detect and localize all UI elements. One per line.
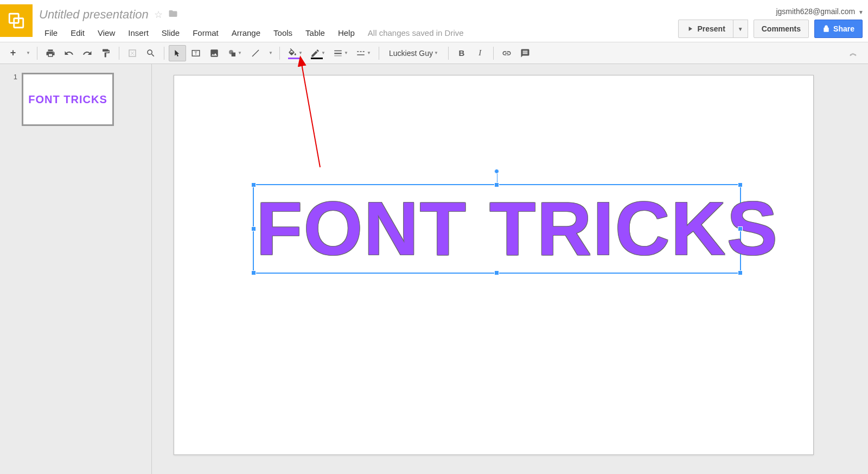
rotate-connector <box>497 173 497 183</box>
comment-button[interactable] <box>516 45 534 61</box>
resize-handle-ne[interactable] <box>738 182 743 187</box>
resize-handle-e[interactable] <box>738 226 743 231</box>
svg-text:T: T <box>194 51 197 56</box>
folder-icon[interactable] <box>168 9 178 21</box>
menu-view[interactable]: View <box>92 26 120 40</box>
line-weight-button[interactable]: ▼ <box>330 45 352 61</box>
undo-icon[interactable] <box>60 45 78 61</box>
resize-handle-s[interactable] <box>494 270 499 275</box>
present-button[interactable]: Present <box>678 20 733 38</box>
svg-rect-12 <box>360 51 362 52</box>
menu-arrange[interactable]: Arrange <box>226 26 266 40</box>
comments-button[interactable]: Comments <box>754 20 809 38</box>
svg-rect-11 <box>357 51 359 52</box>
line-dash-button[interactable]: ▼ <box>353 45 374 61</box>
link-button[interactable] <box>498 45 515 61</box>
svg-rect-14 <box>357 54 365 55</box>
canvas-area: FONT TRICKS <box>152 64 868 474</box>
new-slide-button[interactable]: + <box>4 45 22 61</box>
line-tool-icon[interactable] <box>247 45 264 61</box>
slide-thumbnail[interactable]: 1 FONT TRICKS <box>11 73 141 126</box>
slide-panel: 1 FONT TRICKS <box>0 64 152 474</box>
save-status: All changes saved in Drive <box>362 26 469 40</box>
share-label: Share <box>833 24 854 33</box>
menu-help[interactable]: Help <box>333 26 360 40</box>
user-menu-caret-icon[interactable]: ▼ <box>858 9 864 15</box>
line-color-button[interactable]: ▼ <box>307 45 329 61</box>
line-color-swatch <box>311 58 323 59</box>
menu-table[interactable]: Table <box>300 26 330 40</box>
svg-rect-10 <box>334 55 342 56</box>
header-right: jgsmith628@gmail.com▼ <box>776 4 864 20</box>
expand-toolbar-icon[interactable]: ︽ <box>850 48 864 58</box>
menu-file[interactable]: File <box>39 26 63 40</box>
bold-button[interactable]: B <box>453 45 470 61</box>
menu-slide[interactable]: Slide <box>156 26 185 40</box>
svg-line-7 <box>252 50 259 56</box>
slide-canvas[interactable]: FONT TRICKS <box>174 75 814 455</box>
resize-handle-w[interactable] <box>251 226 256 231</box>
resize-handle-sw[interactable] <box>251 270 256 275</box>
present-dropdown-caret[interactable]: ▼ <box>733 20 748 38</box>
fill-color-button[interactable]: ▼ <box>284 45 306 61</box>
title-area: Untitled presentation ☆ File Edit View I… <box>39 4 776 40</box>
font-name-label: Luckiest Guy <box>389 49 433 58</box>
resize-handle-nw[interactable] <box>251 182 256 187</box>
zoom-icon[interactable] <box>142 45 159 61</box>
svg-rect-9 <box>334 53 342 54</box>
menu-format[interactable]: Format <box>187 26 224 40</box>
slide-number: 1 <box>11 73 17 126</box>
rotate-handle[interactable] <box>494 169 499 174</box>
redo-icon[interactable] <box>79 45 96 61</box>
star-icon[interactable]: ☆ <box>154 9 163 21</box>
slides-logo[interactable] <box>0 4 33 37</box>
italic-button[interactable]: I <box>471 45 489 61</box>
share-button[interactable]: Share <box>814 20 863 38</box>
selected-textbox[interactable]: FONT TRICKS <box>253 184 741 274</box>
menu-tools[interactable]: Tools <box>268 26 298 40</box>
resize-handle-se[interactable] <box>738 270 743 275</box>
new-slide-caret[interactable]: ▼ <box>23 45 33 61</box>
shape-tool-icon[interactable]: ▼ <box>224 45 246 61</box>
svg-rect-6 <box>232 52 235 56</box>
paint-format-icon[interactable] <box>97 45 114 61</box>
menu-insert[interactable]: Insert <box>123 26 154 40</box>
resize-handle-n[interactable] <box>494 182 499 187</box>
textbox-content[interactable]: FONT TRICKS <box>254 185 740 272</box>
line-tool-caret[interactable]: ▼ <box>265 45 275 61</box>
workspace: 1 FONT TRICKS FONT TRICKS <box>0 64 868 474</box>
svg-rect-13 <box>363 51 365 52</box>
textbox-tool-icon[interactable]: T <box>187 45 205 61</box>
image-tool-icon[interactable] <box>206 45 223 61</box>
fill-color-swatch <box>288 58 300 59</box>
user-email[interactable]: jgsmith628@gmail.com <box>776 7 857 16</box>
menubar: File Edit View Insert Slide Format Arran… <box>39 26 776 40</box>
thumbnail-text: FONT TRICKS <box>28 93 107 106</box>
menu-edit[interactable]: Edit <box>65 26 90 40</box>
font-selector[interactable]: Luckiest Guy ▼ <box>384 45 444 61</box>
present-label: Present <box>697 24 725 33</box>
select-tool-icon[interactable] <box>169 45 186 61</box>
document-title[interactable]: Untitled presentation <box>39 8 149 22</box>
svg-rect-8 <box>334 50 342 51</box>
print-icon[interactable] <box>42 45 59 61</box>
toolbar: + ▼ T ▼ ▼ ▼ ▼ ▼ ▼ Luckiest Guy ▼ B I ︽ <box>0 42 868 64</box>
fit-icon[interactable] <box>124 45 141 61</box>
